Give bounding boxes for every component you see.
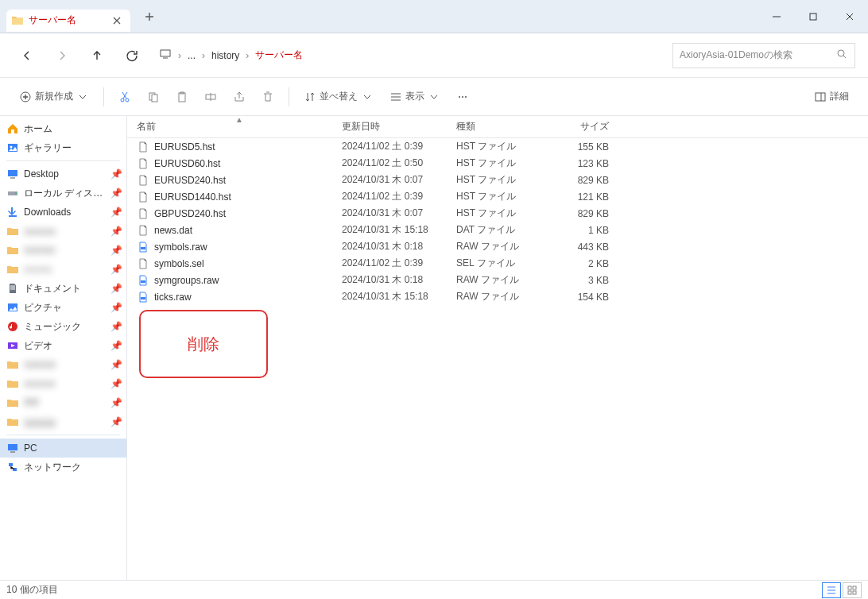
paste-button[interactable] [169,84,195,110]
pin-icon: 📌 [110,264,120,275]
documents-icon [6,282,19,295]
sidebar-item-pinned[interactable]: cccccc📌 [0,260,126,279]
svg-point-11 [459,96,460,98]
view-details-button[interactable] [822,582,841,598]
browser-tab[interactable]: サーバー名 [6,10,130,32]
sidebar-item-pinned[interactable]: ffffff📌 [0,393,126,412]
back-button[interactable] [13,41,41,70]
address-bar[interactable]: › ... › history › サーバー名 [153,48,666,63]
pin-icon: 📌 [110,359,120,370]
sidebar-item-documents[interactable]: ドキュメント 📌 [0,279,126,298]
column-header-date[interactable]: 更新日時 [342,120,456,133]
file-date: 2024/10/31 木 0:18 [342,273,456,287]
svg-point-13 [465,96,467,98]
file-type: RAW ファイル [456,240,548,253]
network-icon [6,461,19,473]
sidebar-item-pictures[interactable]: ピクチャ 📌 [0,298,126,317]
home-icon [6,122,19,135]
sidebar-item-desktop[interactable]: Desktop 📌 [0,164,126,184]
column-header-size[interactable]: サイズ [548,120,615,133]
new-item-label: 新規作成 [35,90,73,103]
pin-icon: 📌 [110,340,120,351]
rename-button[interactable] [198,84,223,110]
file-type: SEL ファイル [456,257,548,270]
share-button[interactable] [227,84,252,110]
column-header-name[interactable]: ▲ 名前 [137,120,342,133]
minimize-button[interactable] [758,0,795,33]
delete-button[interactable] [255,84,281,110]
file-row[interactable]: news.dat2024/10/31 木 15:18DAT ファイル1 KB [127,222,868,238]
divider [6,435,120,435]
file-date: 2024/10/31 木 0:07 [342,207,456,220]
svg-rect-0 [810,14,816,20]
copy-button[interactable] [141,84,166,110]
file-row[interactable]: EURUSD60.hst2024/11/02 土 0:50HST ファイル123… [127,155,868,172]
maximize-button[interactable] [795,0,831,33]
sidebar-item-pinned[interactable]: dddddd📌 [0,355,126,374]
forward-button[interactable] [48,41,76,70]
sidebar-item-home[interactable]: ホーム [0,119,126,138]
pin-icon: 📌 [110,397,120,408]
column-header-type[interactable]: 種類 [456,120,548,133]
sidebar-item-music[interactable]: ミュージック 📌 [0,317,126,336]
tab-close-button[interactable] [110,14,124,28]
pin-icon: 📌 [110,168,120,180]
refresh-button[interactable] [118,41,146,70]
sidebar-item-pinned[interactable]: eeeeee📌 [0,374,126,393]
folder-icon [6,225,19,238]
sidebar-item-videos[interactable]: ビデオ 📌 [0,336,126,355]
file-row[interactable]: EURUSD240.hst2024/10/31 木 0:07HST ファイル82… [127,172,868,188]
file-row[interactable]: symbols.sel2024/11/02 土 0:39SEL ファイル2 KB [127,255,868,272]
view-button[interactable]: 表示 [383,84,447,110]
sort-label: 並べ替え [320,90,358,103]
file-type: HST ファイル [456,140,548,153]
new-item-button[interactable]: 新規作成 [13,84,95,110]
file-icon [137,224,149,237]
file-name: news.dat [154,225,342,236]
breadcrumb-current[interactable]: サーバー名 [255,48,303,62]
cut-button[interactable] [112,84,138,110]
sidebar-item-pinned[interactable]: aaaaaa📌 [0,222,126,241]
details-pane-button[interactable]: 詳細 [808,84,855,110]
breadcrumb-ellipsis[interactable]: ... [188,50,196,61]
file-date: 2024/10/31 木 15:18 [342,223,456,237]
desktop-icon [6,168,19,180]
downloads-icon [6,206,19,218]
svg-rect-29 [141,280,145,283]
view-label: 表示 [405,90,424,103]
up-button[interactable] [83,41,111,70]
close-window-button[interactable] [831,0,868,33]
search-input[interactable]: AxioryAsia-01Demoの検索 [672,43,855,68]
sidebar-item-network[interactable]: ネットワーク [0,458,126,477]
file-row[interactable]: symgroups.raw2024/10/31 木 0:18RAW ファイル3 … [127,272,868,288]
view-icons-button[interactable] [843,582,862,598]
more-button[interactable] [450,84,475,110]
breadcrumb-history[interactable]: history [211,50,239,61]
file-size: 829 KB [548,208,615,219]
sort-button[interactable]: 並べ替え [297,84,380,110]
sidebar-item-pc[interactable]: PC [0,439,126,458]
svg-point-20 [15,193,17,195]
file-row[interactable]: symbols.raw2024/10/31 木 0:18RAW ファイル443 … [127,238,868,255]
file-name: EURUSD240.hst [154,175,342,186]
file-name: symgroups.raw [154,275,342,286]
new-tab-button[interactable] [137,4,162,29]
sidebar-item-gallery[interactable]: ギャラリー [0,138,126,157]
svg-rect-31 [848,586,851,589]
folder-icon [6,377,19,390]
file-icon [137,157,149,170]
sidebar-item-pinned[interactable]: bbbbbb📌 [0,241,126,260]
sidebar-item-downloads[interactable]: Downloads 📌 [0,203,126,222]
file-row[interactable]: ticks.raw2024/10/31 木 15:18RAW ファイル154 K… [127,288,868,305]
file-row[interactable]: EURUSD5.hst2024/11/02 土 0:39HST ファイル155 … [127,138,868,155]
file-row[interactable]: GBPUSD240.hst2024/10/31 木 0:07HST ファイル82… [127,205,868,222]
file-row[interactable]: EURUSD1440.hst2024/11/02 土 0:39HST ファイル1… [127,188,868,205]
pin-icon: 📌 [110,416,120,427]
drive-icon [6,187,19,199]
file-type: HST ファイル [456,190,548,203]
svg-point-5 [126,99,129,102]
sidebar-item-local-disk[interactable]: ローカル ディスク (C:) 📌 [0,184,126,203]
sidebar-item-pinned[interactable]: gggggg📌 [0,412,126,431]
details-label: 詳細 [830,90,849,103]
chevron-down-icon [76,91,89,103]
